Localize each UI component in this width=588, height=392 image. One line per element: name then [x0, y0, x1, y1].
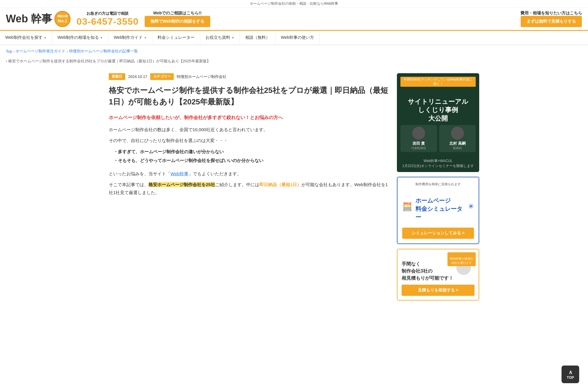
- presenter2-name: 北村 高嗣: [441, 141, 474, 146]
- article-meta: 更新日 2024.10.17 カテゴリー 特徴別ホームページ制作会社: [109, 73, 391, 80]
- breadcrumb-current: › 格安でホームページ制作を提供する制作会社25社をプロが厳選｜即日納品（最短1…: [0, 57, 588, 67]
- simulator-title-row: 🧮 ホームページ 料金シミュレーター ✳: [402, 188, 474, 225]
- para4-mid: ご紹介します。中には: [215, 182, 259, 187]
- logo-badge-line1: 相談社数: [57, 14, 68, 18]
- logo-text: Web 幹事: [6, 12, 52, 26]
- seminar-footer: Web幹事×WACUL 1月22日(水)オンラインセミナーを開催します: [400, 154, 476, 169]
- chevron-down-icon: ▼: [231, 36, 234, 39]
- estimate-button[interactable]: まずは無料で見積もりする: [521, 16, 582, 27]
- presenter1-role: 代表取締役: [402, 146, 435, 150]
- presenter2-role: 取締役: [441, 146, 474, 150]
- nav-item-simulator[interactable]: 料金シミュレーター: [152, 31, 200, 44]
- breadcrumb: Top › ホームページ制作発注ガイド › 特徴別ホームページ制作会社の記事一覧: [0, 45, 588, 57]
- web-consult-button[interactable]: 無料でWeb制作の相談をする: [145, 16, 210, 27]
- content-area: 更新日 2024.10.17 カテゴリー 特徴別ホームページ制作会社 格安でホー…: [109, 73, 391, 305]
- nav-item-search[interactable]: Web制作会社を探す ▼: [0, 31, 52, 44]
- chevron-down-icon: ▼: [44, 36, 47, 39]
- seminar-title: サイトリニューアル しくじり事例 大公開: [400, 89, 476, 123]
- body-para3: といったお悩みを、当サイト「Web幹事」でもよくいただきます。: [109, 170, 391, 178]
- nav-item-guide[interactable]: Web制作ガイド ▼: [108, 31, 152, 44]
- list-item-1: ・多すぎて、ホームページ制作会社の違いが分からない: [113, 147, 391, 156]
- estimate-label: 費用・相場を知りたい方はこちら: [520, 11, 582, 16]
- main-nav: Web制作会社を探す ▼ Web制作の相場を知る ▼ Web制作ガイド ▼ 料金…: [0, 31, 588, 45]
- seminar-tag: 年間5000社マッチングしているWeb幹事代表に聞く！: [400, 77, 476, 87]
- sidebar-seminar-widget: 年間5000社マッチングしているWeb幹事代表に聞く！ サイトリニューアル しく…: [397, 73, 479, 172]
- logo-badge-no1: No.1: [58, 18, 68, 23]
- list-block: ・多すぎて、ホームページ制作会社の違いが分からない ・そもそも、どうやってホーム…: [109, 147, 391, 165]
- para4-prefix: そこで本記事では、: [109, 182, 148, 187]
- presenter1-avatar: [412, 127, 425, 140]
- chevron-down-icon: ▼: [144, 36, 147, 39]
- breadcrumb-guide[interactable]: ホームページ制作発注ガイド: [16, 49, 65, 54]
- presenter2-avatar: [451, 127, 464, 140]
- body-para4: そこで本記事では、格安ホームページ制作会社を25社ご紹介します。中には即日納品（…: [109, 181, 391, 196]
- presenter2: 北村 高嗣 取締役: [439, 125, 476, 152]
- breadcrumb-sep2: ›: [66, 49, 68, 54]
- estimate-button[interactable]: 見積もりを依頼する >: [402, 285, 475, 296]
- breadcrumb-current-text: 格安でホームページ制作を提供する制作会社25社をプロが厳選｜即日納品（最短1日）…: [8, 59, 211, 63]
- sidebar-simulator-widget: 制作費用を簡単に見積もれます 🧮 ホームページ 料金シミュレーター ✳ シミュレ…: [397, 177, 479, 244]
- topbar-text: ホームページ制作会社の依頼・相談・比較ならWeb幹事: [250, 1, 338, 6]
- sidebar-estimate-widget: Web幹事が最適な 会社を選びます 手間なく 制作会社3社の 相見積もりが可能で…: [397, 249, 479, 301]
- sidebar: 年間5000社マッチングしているWeb幹事代表に聞く！ サイトリニューアル しく…: [397, 73, 479, 305]
- estimate-title: 手間なく 制作会社3社の 相見積もりが可能です！: [402, 253, 453, 282]
- badge-update: 更新日: [109, 73, 125, 80]
- para3-prefix: といったお悩みを、当サイト「: [109, 171, 171, 176]
- list-item-2: ・そもそも、どうやってホームページ制作会社を探せばいいのか分からない: [113, 156, 391, 165]
- logo-badge: 相談社数 No.1: [54, 11, 71, 27]
- presenter1: 岩田 貴 代表取締役: [400, 125, 437, 152]
- article-title: 格安でホームページ制作を提供する制作会社25社をプロが厳選｜即日納品（最短1日）…: [109, 85, 391, 108]
- simulator-button[interactable]: シミュレーションしてみる >: [402, 228, 474, 239]
- header-estimate: 費用・相場を知りたい方はこちら まずは無料で見積もりする: [520, 11, 582, 27]
- topbar: ホームページ制作会社の依頼・相談・比較ならWeb幹事: [0, 0, 588, 8]
- header-consult: Webでのご相談はこちら!! 無料でWeb制作の相談をする: [145, 11, 210, 27]
- nav-item-price[interactable]: Web制作の相場を知る ▼: [52, 31, 108, 44]
- main-container: 更新日 2024.10.17 カテゴリー 特徴別ホームページ制作会社 格安でホー…: [103, 67, 485, 311]
- calculator-icon: 🧮: [402, 202, 412, 211]
- phone-number: 03-6457-3550: [76, 16, 138, 27]
- breadcrumb-sep3: ›: [6, 59, 7, 63]
- breadcrumb-top[interactable]: Top: [6, 49, 12, 54]
- breadcrumb-category[interactable]: 特徴別ホームページ制作会社の記事一覧: [69, 49, 138, 54]
- simulator-title: ホームページ 料金シミュレーター: [415, 188, 465, 221]
- nav-item-resources[interactable]: お役立ち資料 ▼: [200, 31, 240, 44]
- web-consult-label: Webでのご相談はこちら!!: [145, 11, 210, 16]
- article-highlight: ホームページ制作を依頼したいが、制作会社が多すぎて絞れない！とお悩みの方へ: [109, 115, 391, 121]
- simulator-tag: 制作費用を簡単に見積もれます: [402, 182, 474, 186]
- badge-category: カテゴリー: [150, 73, 174, 80]
- body-para1: ホームページ制作会社の数は多く、全国で10,000社近くあると言われています。: [109, 126, 391, 134]
- phone-label: お急ぎの方は電話で相談: [76, 11, 138, 16]
- header-phone: お急ぎの方は電話で相談 03-6457-3550: [76, 11, 138, 27]
- nav-item-howto[interactable]: Web幹事の使い方: [275, 31, 320, 44]
- para3-link[interactable]: Web幹事: [171, 171, 188, 176]
- para4-highlight1: 格安ホームページ制作会社を25社: [148, 182, 215, 187]
- para3-suffix: 」でもよくいただきます。: [188, 171, 241, 176]
- chevron-down-icon: ▼: [100, 36, 103, 39]
- seminar-presenters: 岩田 貴 代表取締役 北村 高嗣 取締役: [400, 125, 476, 152]
- nav-item-consult[interactable]: 相談（無料）: [240, 31, 275, 44]
- sparkle-icon: ✳: [468, 202, 474, 211]
- para4-highlight2: 即日納品（最短1日）: [259, 182, 301, 187]
- body-para2: その中で、自社にぴったりな制作会社を選ぶのは大変・・・: [109, 136, 391, 144]
- header-logo: Web 幹事 相談社数 No.1: [6, 11, 71, 27]
- header: Web 幹事 相談社数 No.1 お急ぎの方は電話で相談 03-6457-355…: [0, 8, 588, 31]
- estimate-bubble: Web幹事が最適な 会社を選びます: [447, 252, 476, 266]
- meta-category-text: 特徴別ホームページ制作会社: [177, 74, 226, 79]
- meta-date: 2024.10.17: [128, 74, 147, 79]
- breadcrumb-sep1: ›: [13, 49, 14, 54]
- presenter1-name: 岩田 貴: [402, 141, 435, 146]
